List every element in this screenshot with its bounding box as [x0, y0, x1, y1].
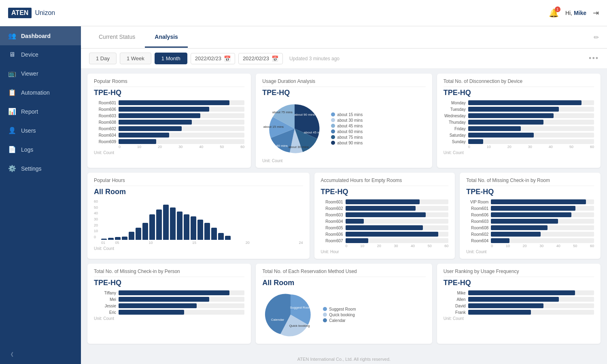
usage-duration-title: Usage Duration Analysis	[262, 78, 425, 87]
vbar-col	[136, 228, 141, 240]
logo-icon: ATEN	[8, 8, 32, 18]
bar-fill	[119, 303, 197, 308]
y-axis: 0102030405060	[94, 199, 98, 240]
bar-fill	[468, 120, 544, 125]
legend-dot	[323, 307, 327, 311]
vbar-col	[177, 212, 183, 240]
table-row: Room606	[321, 232, 449, 237]
calendar-to-icon[interactable]: 📅	[272, 55, 278, 62]
bar-label: Room604	[466, 239, 488, 243]
usage-duration-card: Usage Duration Analysis TPE-HQ	[256, 74, 432, 168]
bar-label: Room606	[321, 232, 343, 237]
bar-label: Room603	[466, 219, 488, 224]
header: ATEN Unizon 🔔 1 Hi, Mike ⇥	[0, 0, 607, 26]
legend-item: Calendar	[323, 318, 356, 323]
calendar-from-icon[interactable]: 📅	[224, 55, 231, 62]
bar-track	[346, 212, 449, 217]
sidebar-item-viewer[interactable]: 📺 Viewer	[0, 64, 81, 83]
vbar-col	[184, 214, 189, 240]
bar-track	[491, 206, 594, 211]
sidebar: 👥 Dashboard 🖥 Device 📺 Viewer 📋 Automati…	[0, 26, 81, 364]
bar-track	[346, 238, 449, 243]
popular-hours-card: Popular Hours All Room 0102030405060	[87, 173, 310, 259]
automation-icon: 📋	[8, 89, 16, 96]
bar-fill	[346, 219, 364, 224]
bar-label: Wednesday	[444, 114, 466, 118]
notification-bell[interactable]: 🔔 1	[549, 8, 559, 18]
bar-track	[468, 297, 594, 302]
bar-track	[119, 120, 244, 125]
bar-fill	[468, 310, 531, 315]
more-options-button[interactable]: •••	[589, 54, 599, 63]
period-1week-button[interactable]: 1 Week	[120, 53, 151, 64]
sidebar-item-automation[interactable]: 📋 Automation	[0, 83, 81, 102]
report-icon: 📊	[8, 108, 16, 115]
logout-icon[interactable]: ⇥	[593, 8, 599, 17]
updated-text: Updated 3 minutes ago	[289, 56, 340, 61]
bar-label: Room603	[94, 114, 116, 118]
logo: ATEN Unizon	[8, 8, 55, 18]
bar-track	[491, 225, 594, 230]
table-row: Wednesday	[444, 113, 594, 118]
charts-row-1: Popular Rooms TPE-HQ Room601 Room606 Roo…	[87, 74, 601, 168]
bar-label: David	[444, 304, 466, 308]
popular-hours-chart: 010510152024	[101, 199, 303, 245]
vbar-bar	[170, 207, 176, 240]
period-1month-button[interactable]: 1 Month	[155, 53, 187, 64]
legend-label: about 60 mins	[337, 129, 363, 134]
bar-label: Room604	[94, 133, 116, 138]
user-ranking-chart: Mike Allen David Frank	[444, 290, 594, 315]
bar-fill	[491, 225, 548, 230]
reservation-method-subtitle: All Room	[262, 279, 425, 287]
sidebar-item-users[interactable]: 👤 Users	[0, 121, 81, 140]
vbar-bar	[142, 223, 148, 240]
bar-track	[468, 100, 594, 105]
bar-fill	[119, 297, 209, 302]
edit-icon[interactable]: ✏	[594, 34, 599, 41]
sidebar-item-dashboard[interactable]: 👥 Dashboard	[0, 26, 81, 45]
vbar-col	[197, 220, 203, 240]
sidebar-item-report[interactable]: 📊 Report	[0, 102, 81, 121]
sidebar-item-logs[interactable]: 📄 Logs	[0, 140, 81, 159]
legend-item: about 75 mins	[331, 135, 363, 140]
user-ranking-subtitle: TPE-HQ	[444, 279, 594, 287]
bar-track	[119, 139, 244, 144]
bar-fill	[119, 100, 229, 105]
legend-label: about 90 mins	[337, 141, 363, 145]
table-row: Room603	[94, 113, 244, 118]
popular-rooms-chart: Room601 Room606 Room603 Room608	[94, 100, 244, 144]
bar-fill	[346, 212, 426, 217]
vbar-col	[170, 207, 176, 240]
accumulated-hours-chart: Room601 Room602 Room603 Room604	[321, 199, 449, 243]
table-row: Tiffany	[94, 290, 244, 295]
vbar-bar	[108, 238, 114, 240]
svg-text:about 15 mins: about 15 mins	[263, 125, 284, 129]
vbar-col	[204, 223, 210, 240]
date-to-input[interactable]: 2022/02/23 📅	[238, 53, 283, 64]
table-row: Room608	[94, 120, 244, 125]
bar-fill	[468, 100, 582, 105]
user-ranking-card: User Ranking by Usage Frequency TPE-HQ M…	[437, 264, 601, 344]
period-1day-button[interactable]: 1 Day	[89, 53, 117, 64]
date-from-value: 2022/02/23	[195, 55, 221, 61]
sidebar-item-device[interactable]: 🖥 Device	[0, 45, 81, 64]
toolbar: 1 Day 1 Week 1 Month 2022/02/23 📅 2022/0…	[81, 49, 607, 69]
sidebar-label-dashboard: Dashboard	[21, 33, 51, 39]
bar-fill	[468, 139, 483, 144]
sidebar-collapse-button[interactable]: 《	[0, 345, 81, 364]
disconnection-chart: Monday Tuesday Wednesday Thursday	[444, 100, 594, 144]
charts-row-2: Popular Hours All Room 0102030405060	[87, 173, 601, 259]
notification-badge: 1	[555, 6, 560, 12]
date-from-input[interactable]: 2022/02/23 📅	[191, 53, 235, 64]
legend-item: Quick booking	[323, 313, 356, 317]
sidebar-item-settings[interactable]: ⚙️ Settings	[0, 159, 81, 178]
vbar-col	[115, 237, 121, 240]
disconnection-title: Total No. of Disconnection by Device	[444, 78, 594, 87]
reservation-method-card: Total No. of Each Reservation Method Use…	[256, 264, 432, 344]
tab-analysis[interactable]: Analysis	[145, 27, 188, 48]
legend-dot	[331, 141, 335, 145]
sidebar-label-report: Report	[21, 108, 38, 115]
table-row: Mei	[94, 297, 244, 302]
tab-current-status[interactable]: Current Status	[89, 27, 145, 48]
main-layout: 👥 Dashboard 🖥 Device 📺 Viewer 📋 Automati…	[0, 26, 607, 364]
